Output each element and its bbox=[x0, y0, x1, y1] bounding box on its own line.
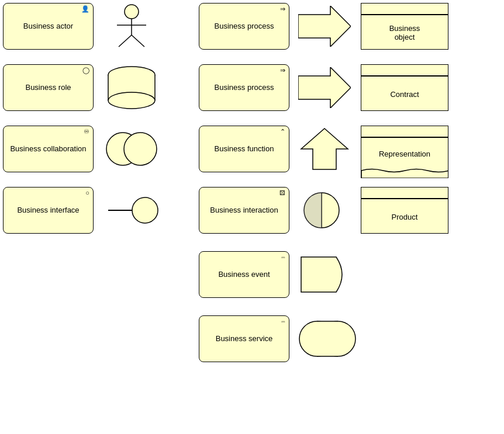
event-symbol bbox=[298, 254, 351, 295]
svg-rect-22 bbox=[317, 321, 338, 356]
role-cylinder bbox=[105, 64, 158, 111]
business-interaction-box[interactable]: ⚄ Business interaction bbox=[199, 187, 289, 234]
function-chevron bbox=[298, 126, 351, 172]
role-icon: ◯ bbox=[82, 67, 89, 74]
business-process-2-label: Business process bbox=[215, 83, 274, 93]
business-role-box[interactable]: ◯ Business role bbox=[3, 64, 94, 111]
svg-marker-14 bbox=[301, 129, 348, 169]
interaction-symbol bbox=[298, 190, 345, 231]
business-process-1-box[interactable]: ⇒ Business process bbox=[199, 3, 289, 50]
business-function-label: Business function bbox=[215, 144, 274, 154]
business-function-box[interactable]: ⌃ Business function bbox=[199, 126, 289, 172]
business-event-label: Business event bbox=[218, 270, 270, 280]
collaboration-icon: ♾ bbox=[84, 129, 89, 135]
collaboration-circles bbox=[105, 126, 158, 172]
svg-point-13 bbox=[124, 133, 157, 165]
representation-box[interactable]: Representation bbox=[361, 126, 448, 178]
svg-point-10 bbox=[108, 92, 155, 109]
svg-point-0 bbox=[125, 5, 139, 19]
business-interface-box[interactable]: ○ Business interface bbox=[3, 187, 94, 234]
business-actor-label: Business actor bbox=[23, 22, 73, 32]
business-interaction-label: Business interaction bbox=[210, 206, 278, 216]
business-service-box[interactable]: ⎓ Business service bbox=[199, 315, 289, 362]
business-collaboration-label: Business collaboration bbox=[10, 144, 86, 154]
contract-label: Contract bbox=[390, 90, 419, 99]
business-process-2-box[interactable]: ⇒ Business process bbox=[199, 64, 289, 111]
svg-line-3 bbox=[119, 35, 132, 47]
interface-icon: ○ bbox=[85, 190, 89, 196]
business-collaboration-box[interactable]: ♾ Business collaboration bbox=[3, 126, 94, 172]
interaction-icon: ⚄ bbox=[279, 190, 285, 196]
contract-box[interactable]: Contract bbox=[361, 64, 448, 111]
actor-icon: 👤 bbox=[81, 6, 89, 12]
representation-label: Representation bbox=[379, 150, 430, 158]
business-object-label: Businessobject bbox=[389, 24, 420, 41]
arrow-process-1 bbox=[298, 6, 351, 47]
product-box[interactable]: Product bbox=[361, 187, 448, 234]
svg-marker-11 bbox=[298, 67, 351, 108]
business-event-box[interactable]: ⎓ Business event bbox=[199, 251, 289, 298]
actor-figure bbox=[102, 3, 161, 50]
process-icon-1: ⇒ bbox=[280, 6, 285, 12]
business-process-1-label: Business process bbox=[215, 22, 274, 32]
service-symbol bbox=[298, 320, 357, 357]
service-icon: ⎓ bbox=[281, 318, 285, 325]
business-interface-label: Business interface bbox=[17, 206, 79, 216]
business-role-label: Business role bbox=[25, 83, 71, 93]
svg-line-4 bbox=[132, 35, 144, 47]
business-object-box[interactable]: Businessobject bbox=[361, 3, 448, 50]
svg-point-16 bbox=[132, 197, 158, 223]
svg-marker-5 bbox=[298, 6, 351, 47]
diagram-container: 👤 Business actor ⇒ Business process Busi… bbox=[0, 0, 504, 434]
business-actor-box[interactable]: 👤 Business actor bbox=[3, 3, 94, 50]
arrow-process-2 bbox=[298, 67, 351, 108]
function-icon: ⌃ bbox=[280, 129, 285, 135]
process-icon-2: ⇒ bbox=[280, 67, 285, 74]
business-service-label: Business service bbox=[216, 334, 273, 344]
product-label: Product bbox=[392, 213, 418, 221]
interface-lollipop bbox=[102, 190, 161, 231]
event-icon: ⎓ bbox=[281, 254, 285, 261]
